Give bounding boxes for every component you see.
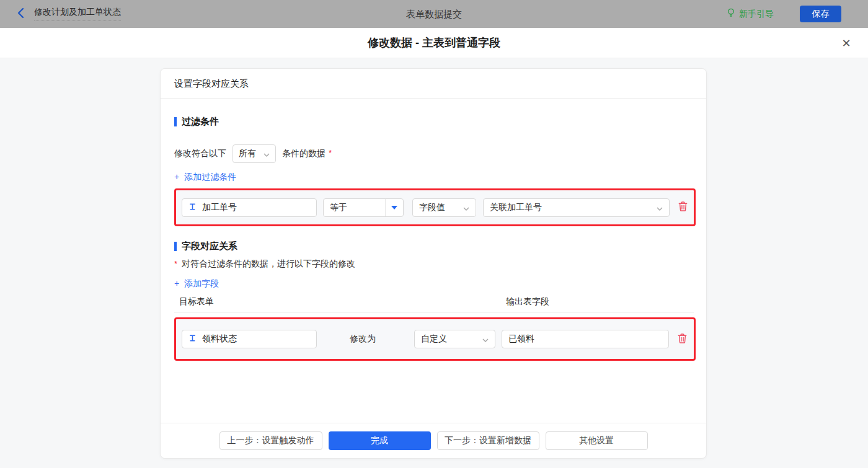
- plus-icon: +: [174, 172, 179, 183]
- dialog-header: 修改数据 - 主表到普通字段 ✕: [0, 28, 868, 58]
- operator-select[interactable]: 等于: [323, 198, 404, 217]
- top-bar: 修改计划及加工单状态 表单数据提交 新手引导 保存: [0, 0, 868, 28]
- dialog-title: 修改数据 - 主表到普通字段: [368, 28, 500, 58]
- filter-section-title: 过滤条件: [174, 115, 219, 128]
- automation-title: 修改计划及加工单状态: [34, 7, 121, 21]
- custom-value-type-select[interactable]: 自定义: [414, 330, 495, 348]
- text-field-icon: [188, 334, 197, 344]
- chevron-down-icon: [264, 149, 270, 159]
- modify-to-label: 修改为: [350, 333, 414, 345]
- filter-field-input[interactable]: 加工单号: [182, 198, 317, 217]
- target-form-column-header: 目标表单: [179, 296, 214, 307]
- custom-value-input[interactable]: 已领料: [502, 330, 669, 348]
- output-field-column-header: 输出表字段: [506, 296, 549, 307]
- caret-down-icon: [391, 206, 397, 210]
- dialog-body: 设置字段对应关系 过滤条件 修改符合以下 所有 条件的数据 * + 添: [0, 58, 868, 468]
- trigger-type-label: 表单数据提交: [406, 0, 462, 28]
- beginner-guide-button[interactable]: 新手引导: [726, 0, 774, 28]
- mapping-column-headers: 目标表单 输出表字段: [161, 296, 706, 309]
- done-button[interactable]: 完成: [329, 431, 431, 450]
- lightbulb-icon: [726, 7, 736, 20]
- mapping-description: * 对符合过滤条件的数据，进行以下字段的修改: [174, 258, 355, 270]
- mapping-section-title: 字段对应关系: [174, 239, 237, 253]
- filter-row-highlight-box: 加工单号 等于 字段值 关联加工单号: [174, 188, 696, 226]
- column-divider: [174, 312, 694, 313]
- text-field-icon: [188, 203, 197, 213]
- next-step-button[interactable]: 下一步：设置新增数据: [437, 431, 539, 450]
- chevron-left-icon: [16, 7, 26, 21]
- value-type-select[interactable]: 字段值: [412, 198, 476, 217]
- section-accent-bar: [174, 117, 177, 126]
- chevron-down-icon: [463, 203, 469, 213]
- close-icon[interactable]: ✕: [838, 35, 854, 51]
- match-prefix-label: 修改符合以下: [174, 148, 226, 159]
- prev-step-button[interactable]: 上一步：设置触发动作: [219, 431, 322, 450]
- section-accent-bar: [174, 242, 177, 251]
- filter-match-row: 修改符合以下 所有 条件的数据 *: [174, 144, 332, 163]
- panel-footer: 上一步：设置触发动作 完成 下一步：设置新增数据 其他设置: [161, 423, 706, 458]
- trash-icon: [677, 200, 689, 214]
- delete-mapping-row-button[interactable]: [675, 332, 689, 346]
- save-button[interactable]: 保存: [800, 6, 841, 22]
- add-filter-condition-link[interactable]: + 添加过滤条件: [174, 172, 236, 183]
- match-mode-select[interactable]: 所有: [232, 144, 276, 163]
- chevron-down-icon: [657, 203, 663, 213]
- other-settings-button[interactable]: 其他设置: [546, 431, 648, 450]
- screen: 修改计划及加工单状态 表单数据提交 新手引导 保存 修改数据 - 主表到普通字段…: [0, 0, 868, 468]
- value-field-select[interactable]: 关联加工单号: [483, 198, 670, 217]
- target-field-input[interactable]: 领料状态: [182, 330, 317, 348]
- delete-filter-row-button[interactable]: [676, 201, 689, 214]
- required-asterisk: *: [174, 259, 177, 268]
- panel-header: 设置字段对应关系: [161, 69, 706, 99]
- chevron-down-icon: [482, 334, 489, 344]
- beginner-guide-label: 新手引导: [739, 9, 774, 20]
- mapping-row-highlight-box: 领料状态 修改为 自定义 已领料: [174, 317, 696, 361]
- match-suffix-label: 条件的数据: [282, 148, 326, 159]
- back-button[interactable]: 修改计划及加工单状态: [16, 0, 121, 28]
- add-field-link[interactable]: + 添加字段: [174, 278, 219, 289]
- operator-caret-zone[interactable]: [385, 199, 403, 216]
- required-asterisk: *: [329, 148, 332, 157]
- field-mapping-panel: 设置字段对应关系 过滤条件 修改符合以下 所有 条件的数据 * + 添: [160, 68, 707, 459]
- plus-icon: +: [174, 278, 179, 289]
- trash-icon: [676, 332, 688, 347]
